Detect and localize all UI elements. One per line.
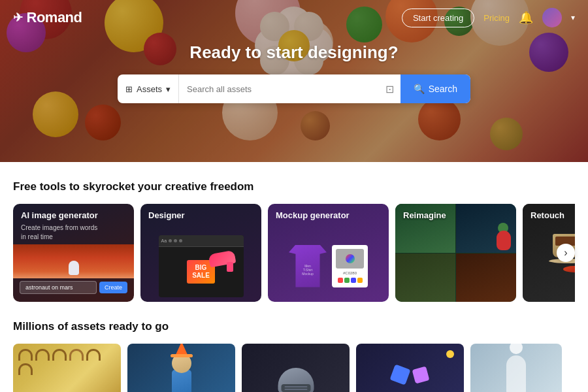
asset-card-5[interactable]: Scorch [470,344,562,392]
designer-heel [227,262,233,272]
horseshoe-4 [69,349,84,361]
top-nav: ✈ Romand Start creating Pricing 🔔 ▾ [0,0,588,35]
helmet-faceguard-area [281,384,310,392]
helmet-bar-2 [284,389,307,390]
tool-ai-desc: Create images from words in real time [21,223,99,242]
mockup-card-visual: MenT-ShirtMockup #C0280 [268,230,389,302]
swatch-red[interactable] [338,278,343,283]
tool-card-mockup[interactable]: Mockup generator MenT-ShirtMockup [268,204,389,302]
horseshoe-2 [35,349,50,361]
swatch-green[interactable] [344,278,350,283]
designer-canvas-inner: Aa BIGSALE [159,235,244,297]
nav-right: Start creating Pricing 🔔 ▾ [402,8,575,27]
swatch-blue[interactable] [351,278,356,283]
asset-cube-shape [389,364,410,385]
mockup-hex-label: #C0280 [343,271,357,275]
hero-title: Ready to start designing? [189,42,398,63]
mockup-tshirt-container: MenT-ShirtMockup [289,245,327,287]
horseshoe-3 [52,349,67,361]
start-creating-button[interactable]: Start creating [402,8,474,27]
user-avatar[interactable] [542,8,562,27]
search-category-label: Assets [137,84,162,94]
astronaut-shape [69,261,79,275]
reimagine-cell-4 [456,253,516,302]
logo[interactable]: ✈ Romand [13,9,82,26]
asset-yellow-dot [446,350,454,358]
ai-landscape [13,244,134,278]
designer-card-visual: Aa BIGSALE [140,230,261,302]
avatar-chevron-icon[interactable]: ▾ [571,13,575,22]
helmet-bar-1 [284,386,307,387]
search-button[interactable]: 🔍 Search [400,74,470,103]
mockup-swatches [338,278,363,283]
main-content: Free tools to skyrocket your creative fr… [0,162,588,392]
asset-5-visual: Scorch [470,344,562,392]
swatch-yellow[interactable] [357,278,363,283]
tool-designer-title: Designer [148,210,185,220]
horseshoe-pattern [13,344,121,392]
search-category-selector[interactable]: ⊞ Assets ▾ [118,74,179,103]
bell-icon[interactable]: 🔔 [519,10,533,25]
tool-card-designer[interactable]: Designer Aa [140,204,261,302]
pricing-link[interactable]: Pricing [483,13,510,23]
asset-card-4[interactable] [356,344,464,392]
asset-person-area [470,344,562,392]
tool-mockup-title: Mockup generator [276,210,350,220]
assets-section-title: Millions of assets ready to go [13,320,575,333]
arrow-right-icon: › [564,248,567,258]
logo-text: Romand [27,9,82,26]
tool-reimagine-title: Reimagine [403,210,446,220]
search-bar: ⊞ Assets ▾ ⊡ 🔍 Search [118,74,470,103]
designer-aa-label: Aa [161,238,167,243]
asset-card-1[interactable] [13,344,121,392]
image-search-icon[interactable]: ⊡ [379,83,400,95]
mockup-tshirt-shape: MenT-ShirtMockup [289,245,327,287]
designer-tb-dot-3 [179,239,182,242]
helmet-shape [278,368,314,392]
clown-body [172,370,191,392]
clown-hat-brim [171,354,193,357]
mockup-color-preview [336,249,364,269]
tools-carousel: AI image generator Create images from wo… [13,204,575,302]
assets-grid-icon: ⊞ [125,84,133,94]
hero-section: ✈ Romand Start creating Pricing 🔔 ▾ Read… [0,0,588,162]
mockup-color-circle [346,254,355,263]
mockup-tshirt-text: MenT-ShirtMockup [302,264,314,276]
search-btn-icon: 🔍 [414,84,425,94]
mockup-color-panel: #C0280 [332,245,368,287]
asset-card-2[interactable] [127,344,235,392]
asset-2-visual [127,344,235,392]
parrot-body [497,231,511,250]
tool-ai-title: AI image generator [21,210,98,220]
designer-canvas-area: BIGSALE [159,247,244,297]
person-head-shape [510,344,523,354]
asset-1-visual [13,344,121,392]
tools-grid: AI image generator Create images from wo… [13,204,575,302]
tool-retouch-title: Retouch [531,210,564,220]
reimagine-parrot [495,223,514,250]
tools-carousel-next-button[interactable]: › [557,244,575,262]
horseshoe-1 [18,349,33,361]
logo-icon: ✈ [13,10,23,25]
reimagine-cell-3 [395,253,455,302]
reimagine-cell-2 [456,204,516,253]
asset-4-visual [356,344,464,392]
search-btn-label: Search [429,84,457,94]
tools-section-title: Free tools to skyrocket your creative fr… [13,180,575,193]
horseshoe-6 [18,363,33,375]
designer-toolbar: Aa [159,235,244,247]
search-input[interactable] [179,84,379,94]
tool-card-ai-image-generator[interactable]: AI image generator Create images from wo… [13,204,134,302]
person-figure [506,355,526,393]
ai-prompt-input[interactable]: astronaut on mars [20,281,97,294]
clown-figure [165,353,198,392]
designer-tb-dot-2 [174,239,177,242]
designer-shoe-area [209,252,238,272]
tool-card-reimagine[interactable]: Reimagine [395,204,516,302]
designer-tb-dot-1 [169,239,172,242]
asset-3-visual [242,344,350,392]
assets-grid: Scorch [13,344,575,392]
ai-create-button[interactable]: Create [99,282,127,293]
category-chevron-icon: ▾ [166,84,171,94]
asset-card-3[interactable] [242,344,350,392]
